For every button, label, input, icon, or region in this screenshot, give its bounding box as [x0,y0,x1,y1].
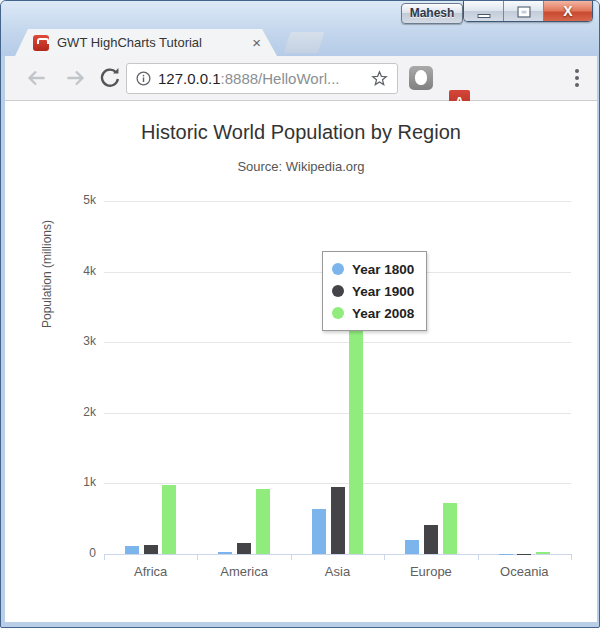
maximize-icon [518,7,529,16]
x-axis-tick [384,554,385,560]
browser-tab[interactable]: GWT HighCharts Tutorial × [15,29,277,56]
y-tick-label: 2k [60,405,96,419]
legend-item-year-1800[interactable]: Year 1800 [332,258,414,280]
address-bar[interactable]: 127.0.0.1:8888/HelloWorl... [126,63,398,94]
gridline [104,201,571,202]
x-axis-tick [291,554,292,560]
page-info-icon[interactable] [135,70,152,87]
legend-label: Year 2008 [352,306,414,321]
x-axis-tick [478,554,479,560]
url-host: 127.0.0.1 [158,70,221,87]
x-axis-tick [571,554,572,560]
bar-year-1800-asia[interactable] [312,509,326,554]
profile-button[interactable]: Mahesh [401,3,463,24]
legend-label: Year 1800 [352,262,414,277]
new-tab-button[interactable] [284,32,325,53]
chart-plot: 01k2k3k4k5kAfricaAmericaAsiaEuropeOceani… [5,101,597,622]
bar-year-1800-america[interactable] [218,552,232,554]
legend-marker-icon [332,307,344,319]
menu-dots-icon[interactable] [567,67,587,89]
x-axis-label: Europe [384,564,477,579]
url-path: :8888/HelloWorl... [221,70,340,87]
forward-button[interactable] [63,65,89,91]
legend-marker-icon [332,285,344,297]
legend-item-year-1900[interactable]: Year 1900 [332,280,414,302]
x-axis-tick [197,554,198,560]
gridline [104,483,571,484]
browser-toolbar: 127.0.0.1:8888/HelloWorl... A [5,56,597,101]
tab-close-icon[interactable]: × [252,35,261,50]
x-axis-line [104,554,571,555]
bar-year-2008-africa[interactable] [162,485,176,554]
bar-year-2008-oceania[interactable] [536,552,550,554]
x-axis-label: Oceania [478,564,571,579]
minimize-button[interactable] [464,1,504,22]
close-window-button[interactable]: X [544,1,592,22]
chart-legend: Year 1800Year 1900Year 2008 [322,251,427,331]
close-icon: X [544,1,592,22]
bar-year-1800-europe[interactable] [405,540,419,554]
page-content: Historic World Population by Region Sour… [5,101,597,622]
bar-year-1900-europe[interactable] [424,525,438,554]
x-axis-tick [104,554,105,560]
legend-marker-icon [332,263,344,275]
maximize-button[interactable] [504,1,544,22]
bar-year-1900-america[interactable] [237,543,251,554]
gwt-favicon-icon [33,35,49,51]
tab-title: GWT HighCharts Tutorial [57,35,244,50]
y-tick-label: 3k [60,334,96,348]
x-axis-label: Africa [104,564,197,579]
legend-item-year-2008[interactable]: Year 2008 [332,302,414,324]
browser-window: Mahesh X GWT HighCharts Tutorial × [0,0,600,628]
bookmark-star-icon[interactable] [370,69,389,88]
bar-year-2008-europe[interactable] [443,503,457,554]
bar-year-1800-africa[interactable] [125,546,139,554]
gridline [104,342,571,343]
extension-ghost-icon[interactable] [409,66,433,90]
x-axis-label: America [197,564,290,579]
refresh-button[interactable] [97,65,123,91]
bar-year-2008-america[interactable] [256,489,270,554]
bar-year-1900-africa[interactable] [144,545,158,554]
gridline [104,413,571,414]
y-tick-label: 1k [60,475,96,489]
bar-year-1900-asia[interactable] [331,487,345,554]
y-tick-label: 4k [60,264,96,278]
x-axis-label: Asia [291,564,384,579]
y-tick-label: 0 [60,546,96,560]
window-controls: X [463,1,593,22]
minimize-icon [477,14,490,18]
back-button[interactable] [23,65,49,91]
y-tick-label: 5k [60,193,96,207]
url-text[interactable]: 127.0.0.1:8888/HelloWorl... [158,70,370,87]
legend-label: Year 1900 [352,284,414,299]
